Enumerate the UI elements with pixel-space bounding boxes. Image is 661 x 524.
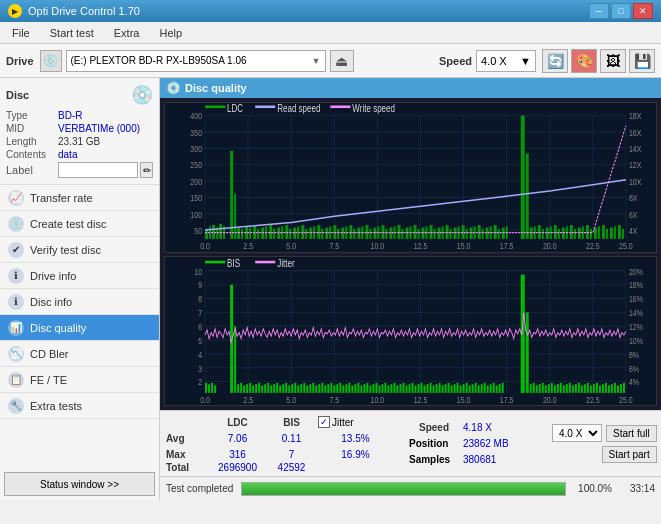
speed-dropdown[interactable]: 4.0 X ▼ (476, 50, 536, 72)
start-full-button[interactable]: Start full (606, 425, 657, 442)
menu-file[interactable]: File (4, 25, 38, 41)
svg-rect-272 (421, 382, 423, 392)
sidebar-item-disc-quality[interactable]: 📊 Disc quality (0, 315, 159, 341)
svg-text:8: 8 (198, 294, 202, 304)
titlebar-controls[interactable]: ─ □ ✕ (589, 3, 653, 19)
svg-rect-205 (205, 382, 207, 392)
svg-text:18X: 18X (629, 112, 642, 122)
maximize-button[interactable]: □ (611, 3, 631, 19)
start-part-button[interactable]: Start part (602, 446, 657, 463)
svg-rect-257 (375, 382, 377, 392)
jitter-checkbox[interactable]: ✓ (318, 416, 330, 428)
menu-extra[interactable]: Extra (106, 25, 148, 41)
svg-rect-132 (558, 229, 560, 239)
svg-text:25.0: 25.0 (619, 241, 633, 251)
svg-text:15.0: 15.0 (457, 241, 471, 251)
svg-rect-318 (578, 382, 580, 392)
disc-eject-icon[interactable]: 💿 (131, 84, 153, 106)
svg-rect-327 (605, 382, 607, 392)
svg-rect-210 (234, 326, 236, 393)
sidebar-item-transfer-rate[interactable]: 📈 Transfer rate (0, 185, 159, 211)
svg-rect-329 (611, 384, 613, 393)
toolbar: Drive 💿 (E:) PLEXTOR BD-R PX-LB950SA 1.0… (0, 44, 661, 78)
svg-rect-259 (381, 384, 383, 393)
menu-help[interactable]: Help (151, 25, 190, 41)
eject-button[interactable]: ⏏ (330, 50, 354, 72)
svg-rect-128 (542, 229, 544, 239)
svg-rect-284 (457, 382, 459, 392)
settings-button[interactable]: 🖼 (600, 49, 626, 73)
svg-rect-296 (493, 382, 495, 392)
sidebar-item-cd-bler[interactable]: 📉 CD Bler (0, 341, 159, 367)
stats-bar: LDC BIS ✓ Jitter Avg 7.06 0.11 13.5% Max… (160, 410, 661, 476)
svg-rect-207 (211, 382, 213, 392)
svg-rect-271 (418, 384, 420, 393)
samples-label: Samples (409, 454, 459, 465)
svg-text:0.0: 0.0 (200, 395, 210, 405)
svg-rect-261 (387, 385, 389, 393)
svg-rect-116 (482, 229, 484, 239)
position-label: Position (409, 438, 459, 449)
svg-rect-319 (581, 385, 583, 393)
svg-rect-227 (285, 382, 287, 392)
chevron-down-speed-icon: ▼ (520, 55, 531, 67)
svg-rect-145 (610, 228, 613, 239)
svg-rect-305 (539, 384, 541, 393)
minimize-button[interactable]: ─ (589, 3, 609, 19)
disc-type-value: BD-R (58, 110, 153, 121)
label-input[interactable] (58, 162, 138, 178)
svg-rect-303 (533, 382, 535, 392)
svg-rect-250 (354, 384, 356, 393)
svg-rect-249 (351, 385, 353, 393)
disc-length-value: 23.31 GB (58, 136, 153, 147)
svg-rect-124 (526, 153, 529, 239)
svg-rect-80 (337, 229, 339, 239)
svg-rect-304 (536, 385, 538, 393)
svg-rect-317 (575, 384, 577, 393)
toolbar-icons: 🔄 🎨 🖼 💾 (542, 49, 655, 73)
avg-bis: 0.11 (269, 433, 314, 444)
sidebar-item-fe-te[interactable]: 📋 FE / TE (0, 367, 159, 393)
svg-rect-252 (360, 385, 362, 393)
save-button[interactable]: 💾 (629, 49, 655, 73)
disc-contents-row: Contents data (6, 149, 153, 160)
svg-text:4%: 4% (629, 377, 639, 387)
refresh-button[interactable]: 🔄 (542, 49, 568, 73)
charts-area: 400 350 300 250 200 150 100 50 18X 16X 1… (160, 98, 661, 410)
svg-rect-214 (246, 384, 248, 393)
menu-start-test[interactable]: Start test (42, 25, 102, 41)
speed-select[interactable]: 4.0 X2.0 X1.0 X (552, 424, 602, 442)
disc-quality-icon: 📊 (8, 320, 24, 336)
nav-disc-quality-label: Disc quality (30, 322, 86, 334)
svg-rect-241 (327, 384, 329, 393)
svg-rect-328 (608, 385, 610, 393)
svg-text:50: 50 (194, 226, 202, 236)
svg-text:400: 400 (190, 112, 202, 122)
svg-rect-274 (427, 384, 429, 393)
total-bis: 42592 (269, 462, 314, 473)
sidebar-item-create-test-disc[interactable]: 💿 Create test disc (0, 211, 159, 237)
disc-length-row: Length 23.31 GB (6, 136, 153, 147)
sidebar-item-drive-info[interactable]: ℹ Drive info (0, 263, 159, 289)
status-window-button[interactable]: Status window >> (4, 472, 155, 496)
disc-contents-value: data (58, 149, 153, 160)
svg-rect-215 (249, 382, 251, 392)
svg-rect-244 (336, 384, 338, 393)
svg-text:15.0: 15.0 (457, 395, 471, 405)
sidebar-item-verify-test-disc[interactable]: ✔ Verify test disc (0, 237, 159, 263)
jitter-check[interactable]: ✓ Jitter (318, 416, 393, 428)
nav-items: 📈 Transfer rate 💿 Create test disc ✔ Ver… (0, 185, 159, 419)
sidebar-item-disc-info[interactable]: ℹ Disc info (0, 289, 159, 315)
svg-text:5.0: 5.0 (286, 395, 296, 405)
sidebar: Disc 💿 Type BD-R MID VERBATIMe (000) Len… (0, 78, 160, 500)
jitter-label: Jitter (332, 417, 354, 428)
close-button[interactable]: ✕ (633, 3, 653, 19)
color-button[interactable]: 🎨 (571, 49, 597, 73)
svg-rect-254 (366, 382, 368, 392)
svg-text:Read speed: Read speed (277, 103, 320, 114)
svg-text:6X: 6X (629, 210, 638, 220)
sidebar-item-extra-tests[interactable]: 🔧 Extra tests (0, 393, 159, 419)
label-edit-button[interactable]: ✏ (140, 162, 153, 178)
svg-text:16%: 16% (629, 294, 643, 304)
drive-dropdown[interactable]: (E:) PLEXTOR BD-R PX-LB950SA 1.06 ▼ (66, 50, 326, 72)
